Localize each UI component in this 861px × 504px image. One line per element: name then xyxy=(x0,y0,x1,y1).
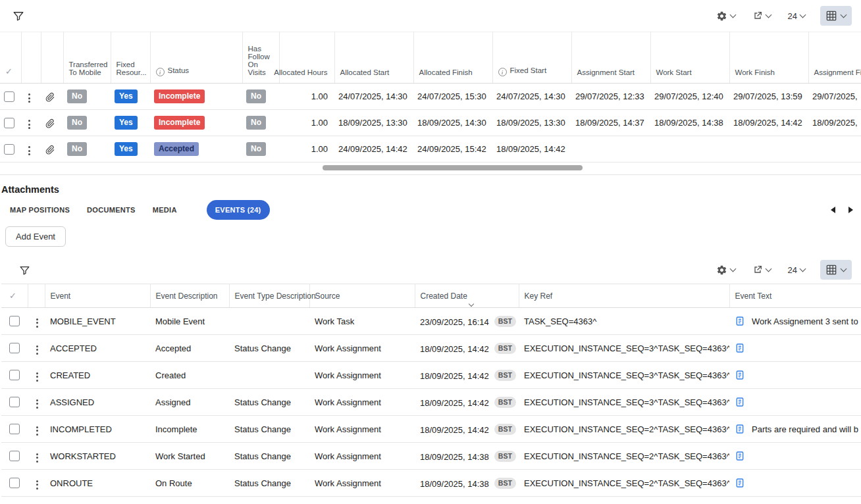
col-allocated-start[interactable]: Allocated Start xyxy=(334,32,413,84)
document-icon[interactable] xyxy=(735,316,745,326)
col-fixed-resource[interactable]: Fixed Resour... xyxy=(111,32,150,84)
row-menu-kebab-icon[interactable] xyxy=(33,424,41,438)
created-date-value: 18/09/2025, 14:38 xyxy=(420,478,489,488)
event-type-cell: Status Change xyxy=(229,443,309,470)
col-work-start[interactable]: Work Start xyxy=(650,32,729,84)
fixed-start-cell: 18/09/2025, 14:42 xyxy=(492,136,571,163)
col-status[interactable]: Status xyxy=(150,32,242,84)
document-icon[interactable] xyxy=(735,451,745,461)
allocated-start-cell: 18/09/2025, 13:30 xyxy=(334,110,413,136)
timezone-badge: BST xyxy=(494,316,516,327)
document-icon[interactable] xyxy=(735,397,745,407)
col-event-type-description[interactable]: Event Type Description xyxy=(229,284,309,308)
col-event-text[interactable]: Event Text xyxy=(729,284,861,308)
attachment-paperclip-icon[interactable] xyxy=(45,144,59,155)
attachments-section: Attachments MAP POSITIONS DOCUMENTS MEDI… xyxy=(0,174,861,504)
row-menu-kebab-icon[interactable] xyxy=(25,117,34,132)
col-event-description[interactable]: Event Description xyxy=(150,284,229,308)
event-row: CREATED Created Work Assignment 18/09/20… xyxy=(1,362,861,389)
event-name-cell: ACCEPTED xyxy=(45,497,150,504)
created-date-value: 18/09/2025, 14:42 xyxy=(420,370,489,380)
col-assignment-finish[interactable]: Assignment Fin... xyxy=(808,32,861,84)
filter-icon[interactable] xyxy=(17,263,32,278)
status-badge: Incomplete xyxy=(154,116,205,130)
transferred-badge: No xyxy=(67,116,87,130)
export-button[interactable] xyxy=(750,263,773,277)
row-checkbox[interactable] xyxy=(9,370,20,380)
row-menu-kebab-icon[interactable] xyxy=(33,316,41,330)
document-icon[interactable] xyxy=(735,343,745,353)
tab-scroll-right-icon[interactable] xyxy=(848,207,853,213)
work-start-cell xyxy=(650,136,729,163)
assignment-row: No Yes Incomplete No 1.00 24/07/2025, 14… xyxy=(0,84,861,110)
timezone-badge: BST xyxy=(494,397,516,408)
col-status-label: Status xyxy=(168,66,190,74)
event-description-cell: Assigned xyxy=(150,389,229,416)
export-button[interactable] xyxy=(750,9,773,23)
table-view-selector[interactable] xyxy=(820,6,852,26)
document-icon[interactable] xyxy=(735,424,745,434)
col-assignment-start[interactable]: Assignment Start xyxy=(571,32,650,84)
col-work-finish[interactable]: Work Finish xyxy=(729,32,808,84)
allocated-hours-cell: 1.00 xyxy=(279,136,334,163)
row-checkbox[interactable] xyxy=(9,397,20,407)
col-fixed-start[interactable]: Fixed Start xyxy=(492,32,571,84)
row-checkbox[interactable] xyxy=(9,316,20,326)
page-size-selector[interactable]: 24 xyxy=(786,263,807,277)
tab-scroll-left-icon[interactable] xyxy=(831,207,835,213)
row-menu-kebab-icon[interactable] xyxy=(33,397,41,411)
assignments-header-row: Transferred To Mobile Fixed Resour... St… xyxy=(0,32,861,84)
col-source[interactable]: Source xyxy=(309,284,415,308)
select-all-header[interactable] xyxy=(0,32,21,84)
settings-button[interactable] xyxy=(714,263,737,278)
col-allocated-hours[interactable]: Allocated Hours xyxy=(279,32,334,84)
row-menu-kebab-icon[interactable] xyxy=(25,143,34,158)
document-icon[interactable] xyxy=(735,478,745,488)
select-all-header[interactable] xyxy=(1,284,28,308)
event-text-cell xyxy=(729,389,861,416)
col-created-date[interactable]: Created Date xyxy=(415,284,519,308)
row-checkbox[interactable] xyxy=(4,118,14,128)
row-checkbox[interactable] xyxy=(4,144,14,155)
fixed-resource-badge: Yes xyxy=(115,89,138,103)
table-view-selector[interactable] xyxy=(820,260,852,280)
row-checkbox[interactable] xyxy=(9,478,20,488)
add-event-button[interactable]: Add Event xyxy=(5,226,66,247)
event-name-cell: INCOMPLETED xyxy=(45,416,150,443)
gear-icon xyxy=(716,11,727,22)
col-event[interactable]: Event xyxy=(45,284,150,308)
tab-media[interactable]: MEDIA xyxy=(144,200,186,220)
tab-events[interactable]: EVENTS (24) xyxy=(207,200,270,220)
row-checkbox[interactable] xyxy=(9,343,20,353)
row-checkbox[interactable] xyxy=(9,451,20,461)
row-menu-kebab-icon[interactable] xyxy=(33,478,41,492)
event-name-cell: MOBILE_EVENT xyxy=(45,308,150,335)
col-transferred-to-mobile[interactable]: Transferred To Mobile xyxy=(63,32,111,84)
horizontal-scrollbar-thumb[interactable] xyxy=(323,165,583,170)
row-menu-kebab-icon[interactable] xyxy=(33,451,41,465)
row-menu-kebab-icon[interactable] xyxy=(25,91,34,105)
tab-map-positions[interactable]: MAP POSITIONS xyxy=(1,200,78,220)
attachment-paperclip-icon[interactable] xyxy=(45,91,59,102)
created-date-value: 18/09/2025, 14:42 xyxy=(420,397,489,407)
page-size-selector[interactable]: 24 xyxy=(786,9,807,23)
tab-documents[interactable]: DOCUMENTS xyxy=(78,200,144,220)
row-checkbox[interactable] xyxy=(9,424,20,434)
fixed-resource-badge: Yes xyxy=(115,142,138,156)
export-icon xyxy=(752,265,763,275)
col-key-ref[interactable]: Key Ref xyxy=(519,284,729,308)
row-menu-kebab-icon[interactable] xyxy=(33,370,41,384)
row-menu-kebab-icon[interactable] xyxy=(33,343,41,357)
filter-icon[interactable] xyxy=(11,8,26,24)
settings-button[interactable] xyxy=(714,9,737,24)
row-checkbox[interactable] xyxy=(4,91,14,102)
event-text-cell xyxy=(729,335,861,362)
created-date-cell: 18/09/2025, 14:42BST xyxy=(415,389,519,416)
sort-descending-icon xyxy=(468,301,473,307)
attachments-tabs: MAP POSITIONS DOCUMENTS MEDIA EVENTS (24… xyxy=(1,195,861,220)
document-icon[interactable] xyxy=(735,370,745,380)
col-allocated-finish[interactable]: Allocated Finish xyxy=(413,32,492,84)
assignments-grid: Transferred To Mobile Fixed Resour... St… xyxy=(0,32,861,163)
attachment-paperclip-icon[interactable] xyxy=(45,118,59,128)
source-cell: Work Task xyxy=(309,308,415,335)
